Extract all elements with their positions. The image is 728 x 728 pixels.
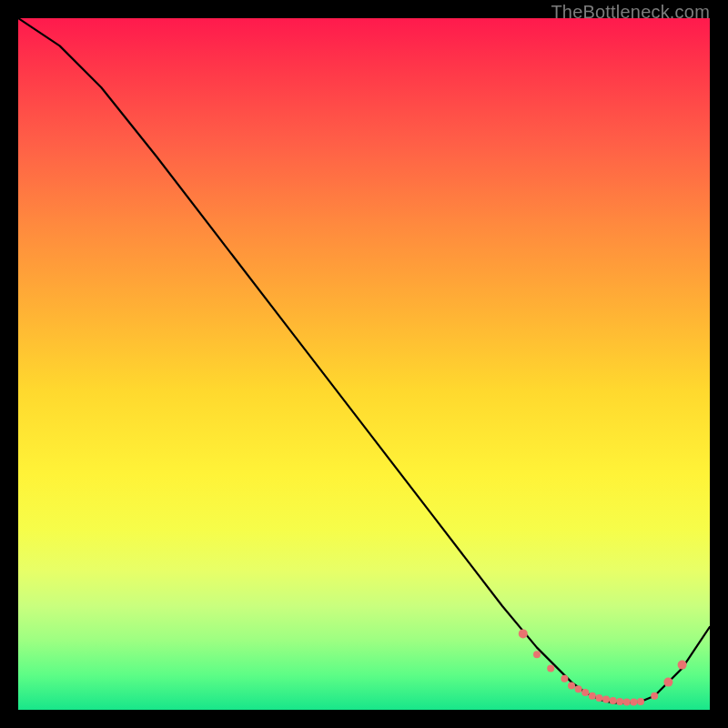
marker-dot <box>663 678 672 687</box>
marker-dot <box>519 629 528 638</box>
marker-dot <box>581 689 589 696</box>
marker-dot <box>533 651 541 658</box>
plot-area <box>18 18 710 710</box>
marker-dot <box>651 693 658 700</box>
marker-dot <box>595 694 602 702</box>
marker-dot <box>637 698 644 705</box>
curve-line <box>18 18 710 703</box>
series-svg <box>18 18 710 710</box>
marker-dot <box>610 697 617 704</box>
marker-dot <box>602 696 610 703</box>
highlight-markers <box>519 629 687 705</box>
marker-dot <box>623 699 631 706</box>
marker-dot <box>616 698 623 705</box>
marker-dot <box>575 685 582 693</box>
marker-dot <box>568 682 575 689</box>
marker-dot <box>678 661 687 670</box>
marker-dot <box>630 699 637 706</box>
marker-dot <box>561 675 568 682</box>
marker-dot <box>547 664 554 672</box>
chart-container: TheBottleneck.com <box>0 0 728 728</box>
marker-dot <box>589 693 596 700</box>
